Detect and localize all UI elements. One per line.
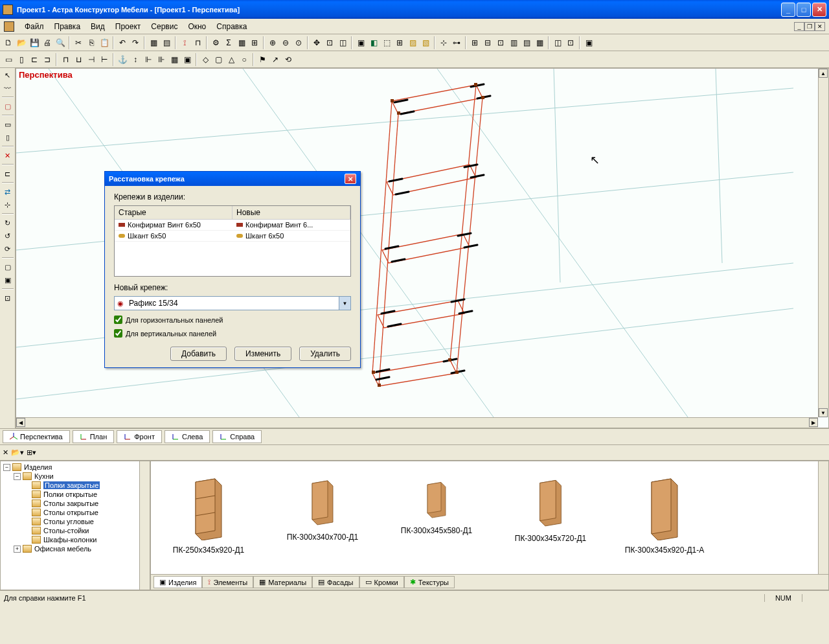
cut-icon[interactable]: ✂	[73, 37, 84, 49]
tree-icon[interactable]: ⚙	[210, 37, 221, 49]
edit-button[interactable]: Изменить	[234, 347, 291, 361]
tree-scrollbar[interactable]	[139, 461, 150, 590]
tree-item-3[interactable]: Столы открытые	[2, 508, 148, 517]
rot1-icon[interactable]: ↻	[2, 217, 14, 229]
table-row[interactable]: Шкант 6x50 Шкант 6x50	[115, 231, 350, 242]
cross-icon[interactable]: ✕	[2, 150, 14, 161]
fastener-table[interactable]: Старые Новые Конфирмат Винт 6x50 Конфирм…	[114, 205, 351, 277]
lib-view-icon[interactable]: ⊞▾	[27, 448, 36, 457]
rot2-icon[interactable]: ↺	[2, 230, 14, 242]
vp4-icon[interactable]: ▥	[508, 37, 519, 49]
flag3-icon[interactable]: ⟲	[282, 54, 294, 65]
tree-item-0[interactable]: Полки закрытые	[2, 481, 148, 490]
tab-right[interactable]: Справа	[212, 430, 262, 443]
part-icon[interactable]: ▢	[2, 100, 14, 112]
tab-elements[interactable]: ⟟Элементы	[202, 576, 253, 588]
redo-icon[interactable]: ↷	[130, 37, 141, 49]
select-icon[interactable]: ↖	[2, 69, 14, 81]
tab-materials[interactable]: ▦Материалы	[253, 576, 312, 588]
menu-project[interactable]: Проект	[110, 20, 146, 33]
box1-icon[interactable]: ▢	[2, 261, 14, 273]
handle-icon[interactable]: ⊓	[192, 37, 203, 49]
table-row[interactable]: Конфирмат Винт 6x50 Конфирмат Винт 6...	[115, 220, 350, 231]
dialog-close-button[interactable]: ✕	[345, 174, 356, 184]
sel-icon[interactable]: ◫	[337, 37, 348, 49]
col-new[interactable]: Новые	[233, 206, 350, 219]
new-icon[interactable]: 🗋	[3, 37, 14, 49]
rot3-icon[interactable]: ⟳	[2, 243, 14, 255]
tool-b-icon[interactable]: ▤	[161, 37, 172, 49]
thumb-item[interactable]: ПК-300x340x700-Д1	[274, 468, 371, 542]
p2-icon[interactable]: ▯	[16, 54, 27, 65]
viewport-3d[interactable]: Перспектива	[16, 68, 829, 428]
cube3-icon[interactable]: ⬚	[381, 37, 392, 49]
menu-service[interactable]: Сервис	[146, 20, 183, 33]
paste-icon[interactable]: 📋	[98, 37, 110, 49]
menu-help[interactable]: Справка	[211, 20, 252, 33]
chevron-down-icon[interactable]: ▼	[339, 297, 350, 310]
thumb-item[interactable]: ПК-300x345x580-Д1	[388, 468, 485, 535]
misc-icon[interactable]: ▣	[583, 37, 595, 49]
screw-icon[interactable]: ⟟	[179, 37, 190, 49]
vp6-icon[interactable]: ▦	[534, 37, 545, 49]
vp3-icon[interactable]: ⊡	[495, 37, 506, 49]
tree-item-2[interactable]: Столы закрытые	[2, 499, 148, 508]
layer2-icon[interactable]: ⊡	[565, 37, 576, 49]
zoom-fit-icon[interactable]: ⊙	[293, 37, 304, 49]
p3-icon[interactable]: ⊏	[28, 54, 40, 65]
dim2-icon[interactable]: ⊶	[451, 37, 462, 49]
tree-root[interactable]: −Изделия	[2, 463, 148, 472]
open-icon[interactable]: 📂	[16, 37, 27, 49]
zoom-in-icon[interactable]: ⊕	[267, 37, 278, 49]
tape-icon[interactable]: 〰	[2, 82, 14, 94]
scroll-left-icon[interactable]: ◀	[16, 418, 25, 427]
flag1-icon[interactable]: ⚑	[256, 54, 268, 65]
save-icon[interactable]: 💾	[28, 37, 40, 49]
col-old[interactable]: Старые	[115, 206, 233, 219]
anchor6-icon[interactable]: ▣	[181, 54, 193, 65]
zoom-out-icon[interactable]: ⊖	[280, 37, 291, 49]
tab-front[interactable]: Фронт	[117, 430, 162, 443]
snap-icon[interactable]: ⊡	[324, 37, 335, 49]
tree-item-1[interactable]: Полки открытые	[2, 490, 148, 499]
last-icon[interactable]: ⊡	[2, 292, 14, 304]
thumb-item[interactable]: ПК-300x345x920-Д1-А	[616, 468, 713, 555]
tree-item-4[interactable]: Столы угловые	[2, 517, 148, 526]
tab-textures[interactable]: ✱Текстуры	[404, 576, 455, 588]
doc-minimize[interactable]: _	[794, 22, 804, 31]
tab-plan[interactable]: План	[73, 430, 115, 443]
viewport-vscrollbar[interactable]: ▲ ▼	[818, 69, 828, 417]
tree-office[interactable]: +Офисная мебель	[2, 544, 148, 553]
dim1-icon[interactable]: ⊹	[438, 37, 449, 49]
scroll-right-icon[interactable]: ▶	[809, 418, 818, 427]
lib-close-icon[interactable]: ✕	[3, 448, 8, 457]
scroll-down-icon[interactable]: ▼	[819, 408, 828, 417]
cube4-icon[interactable]: ⊞	[394, 37, 405, 49]
rect-icon[interactable]: ▭	[2, 119, 14, 130]
anchor2-icon[interactable]: ↕	[130, 54, 141, 65]
tab-perspective[interactable]: Перспектива	[3, 430, 70, 443]
menu-window[interactable]: Окно	[183, 20, 211, 33]
cube2-icon[interactable]: ◧	[368, 37, 380, 49]
tab-edges[interactable]: ▭Кромки	[359, 576, 404, 588]
p6-icon[interactable]: ⊔	[73, 54, 84, 65]
chk-vertical[interactable]: Для вертикальных панелей	[114, 329, 351, 338]
print-icon[interactable]: 🖨	[41, 37, 53, 49]
thumb-item[interactable]: ПК-250x345x920-Д1	[160, 468, 257, 555]
delete-button[interactable]: Удалить	[299, 347, 351, 361]
chk-horizontal[interactable]: Для горизонтальных панелей	[114, 316, 351, 324]
thumb-item[interactable]: ПК-300x345x720-Д1	[502, 468, 599, 543]
sigma-icon[interactable]: Σ	[223, 37, 234, 49]
tree-item-5[interactable]: Столы-стойки	[2, 526, 148, 535]
box2-icon[interactable]: ▣	[2, 274, 14, 286]
arrow1-icon[interactable]: ⇄	[2, 186, 14, 198]
shape4-icon[interactable]: ○	[238, 54, 250, 65]
grid-icon[interactable]: ⊞	[249, 37, 260, 49]
lib-open-icon[interactable]: 📂▾	[11, 448, 24, 457]
doc-close[interactable]: ✕	[815, 22, 825, 31]
anchor3-icon[interactable]: ⊩	[142, 54, 154, 65]
anchor5-icon[interactable]: ▦	[168, 54, 180, 65]
thumbs-scrollbar[interactable]	[818, 461, 828, 574]
dialog-titlebar[interactable]: Расстановка крепежа ✕	[105, 172, 360, 186]
anchor1-icon[interactable]: ⚓	[117, 54, 128, 65]
